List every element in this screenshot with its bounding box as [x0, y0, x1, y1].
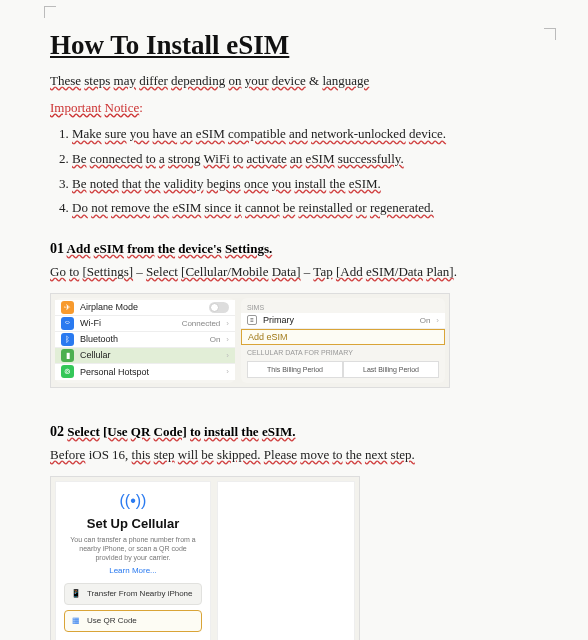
- settings-panel-right: SIMs ≡PrimaryOn› Add eSIM CELLULAR DATA …: [241, 298, 445, 383]
- airplane-icon: ✈: [61, 301, 74, 314]
- section-header: CELLULAR DATA FOR PRIMARY: [241, 345, 445, 358]
- notice-item: Be noted that the validity begins once y…: [72, 172, 543, 197]
- row-airplane[interactable]: ✈Airplane Mode: [55, 300, 235, 316]
- option-use-qr[interactable]: ▦Use QR Code: [64, 610, 202, 632]
- step-2-note: Before iOS 16, this step will be skipped…: [50, 443, 543, 468]
- step-1-title: 01 Add eSIM from the device's Settings.: [50, 241, 543, 257]
- chevron-right-icon: ›: [436, 316, 439, 325]
- chevron-right-icon: ›: [226, 351, 229, 360]
- wavy-words: Be noted that the validity begins once y…: [72, 176, 381, 191]
- learn-more-link[interactable]: Learn More...: [64, 566, 202, 575]
- row-hotspot[interactable]: ⊚Personal Hotspot›: [55, 364, 235, 380]
- wavy-words: Select [Use QR Code] to install the eSIM…: [67, 424, 295, 439]
- chevron-right-icon: ›: [226, 335, 229, 344]
- phone-panel: ((•)) Set Up Cellular You can transfer a…: [55, 481, 211, 641]
- cellular-icon: ▮: [61, 349, 74, 362]
- row-add-esim[interactable]: Add eSIM: [241, 329, 445, 345]
- setup-title: Set Up Cellular: [64, 516, 202, 531]
- page-corner-tl: [44, 6, 56, 18]
- chevron-right-icon: ›: [226, 319, 229, 328]
- settings-panel-left: ✈Airplane Mode ⌔Wi-FiConnected› ᛒBluetoo…: [55, 298, 235, 383]
- wavy-words: Make sure you have an eSIM compatible an…: [72, 126, 446, 141]
- notice-list: Make sure you have an eSIM compatible an…: [50, 122, 543, 221]
- blank-panel: [217, 481, 355, 641]
- step-2-title: 02 Select [Use QR Code] to install the e…: [50, 424, 543, 440]
- wifi-icon: ⌔: [61, 317, 74, 330]
- screenshot-settings: ✈Airplane Mode ⌔Wi-FiConnected› ᛒBluetoo…: [50, 293, 450, 388]
- notice-item: Do not remove the eSIM since it cannot b…: [72, 196, 543, 221]
- notice-item: Be connected to a strong WiFi to activat…: [72, 147, 543, 172]
- signal-icon: ((•)): [64, 492, 202, 510]
- page-title: How To Install eSIM: [50, 30, 543, 61]
- row-bluetooth[interactable]: ᛒBluetoothOn›: [55, 332, 235, 348]
- wavy-words: Do not remove the eSIM since it cannot b…: [72, 200, 434, 215]
- sim-badge-icon: ≡: [247, 315, 257, 325]
- intro-text: These steps may differ depending on your…: [50, 69, 543, 94]
- notice-item: Make sure you have an eSIM compatible an…: [72, 122, 543, 147]
- row-wifi[interactable]: ⌔Wi-FiConnected›: [55, 316, 235, 332]
- phone-icon: 📱: [71, 589, 81, 599]
- bluetooth-icon: ᛒ: [61, 333, 74, 346]
- option-transfer[interactable]: 📱Transfer From Nearby iPhone: [64, 583, 202, 605]
- toggle-off[interactable]: [209, 302, 229, 313]
- setup-desc: You can transfer a phone number from a n…: [68, 535, 198, 562]
- hotspot-icon: ⊚: [61, 365, 74, 378]
- chevron-right-icon: ›: [226, 367, 229, 376]
- segmented-control[interactable]: This Billing PeriodLast Billing Period: [241, 358, 445, 381]
- page-corner-tr: [544, 28, 556, 40]
- important-notice: Important Notice:: [50, 96, 543, 121]
- screenshot-setup-cellular: ((•)) Set Up Cellular You can transfer a…: [50, 476, 360, 641]
- row-primary[interactable]: ≡PrimaryOn›: [241, 313, 445, 329]
- step-1-desc: Go to [Settings] – Select [Cellular/Mobi…: [50, 260, 543, 285]
- row-cellular[interactable]: ▮Cellular›: [55, 348, 235, 364]
- wavy-words: Be connected to a strong WiFi to activat…: [72, 151, 404, 166]
- qr-icon: ▦: [71, 616, 81, 626]
- wavy-words: Add eSIM from the device's Settings.: [67, 241, 273, 256]
- section-header: SIMs: [241, 300, 445, 313]
